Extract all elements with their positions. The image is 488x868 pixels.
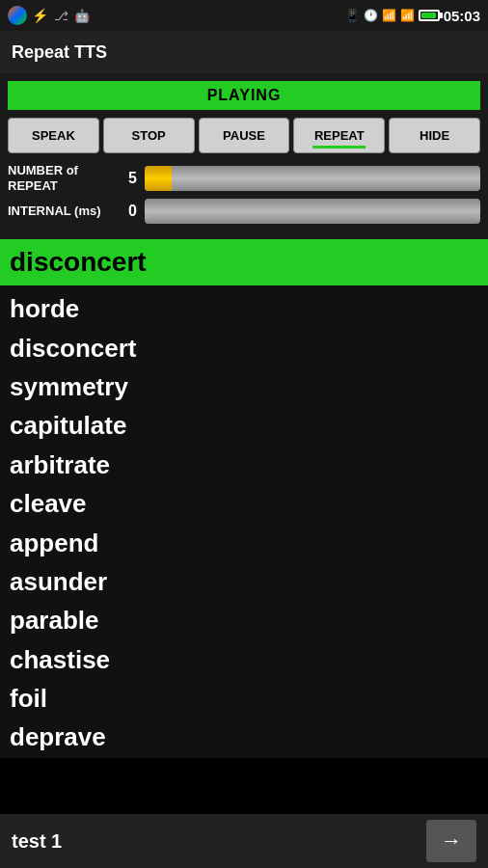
title-bar: Repeat TTS	[0, 31, 488, 73]
list-item[interactable]: chastise	[10, 640, 478, 679]
list-item[interactable]: symmetry	[10, 367, 478, 406]
repeat-slider[interactable]	[145, 166, 480, 191]
usb-icon: ⚡	[31, 7, 48, 24]
list-item[interactable]: disconcert	[10, 329, 478, 367]
repeat-underline	[312, 146, 366, 149]
list-item[interactable]: asunder	[10, 562, 478, 601]
sliders-section: NUMBER of REPEAT 5 INTERNAL (ms) 0	[8, 163, 480, 224]
time-display: 05:03	[444, 8, 480, 24]
repeat-button[interactable]: REPEAT	[293, 118, 385, 153]
internal-value: 0	[114, 203, 137, 220]
app-icon	[8, 6, 27, 25]
app-title: Repeat TTS	[12, 42, 107, 63]
main-content: PLAYING SPEAK STOP PAUSE REPEAT HIDE NUM…	[0, 73, 488, 239]
list-item[interactable]: cleave	[10, 484, 478, 523]
next-arrow-icon: →	[441, 828, 462, 854]
speak-button[interactable]: SPEAK	[8, 118, 99, 153]
hide-button[interactable]: HIDE	[389, 118, 480, 153]
bottom-bar: test 1 →	[0, 814, 488, 868]
tab-label: test 1	[12, 830, 62, 853]
list-item[interactable]: grapple	[10, 757, 478, 758]
repeat-value: 5	[114, 170, 137, 187]
control-buttons: SPEAK STOP PAUSE REPEAT HIDE	[8, 118, 480, 153]
repeat-slider-fill	[145, 166, 172, 191]
clock-icon: 🕐	[364, 9, 378, 22]
internal-label: INTERNAL (ms)	[8, 203, 114, 219]
list-item[interactable]: deprave	[10, 718, 478, 756]
signal-icon: 📶	[400, 9, 415, 22]
usb2-icon: ⎇	[52, 7, 69, 24]
list-item[interactable]: horde	[10, 289, 478, 328]
list-item[interactable]: capitulate	[10, 406, 478, 445]
playing-text: PLAYING	[207, 87, 282, 103]
list-item[interactable]: append	[10, 524, 478, 562]
list-item[interactable]: arbitrate	[10, 446, 478, 484]
internal-slider[interactable]	[145, 199, 480, 224]
list-item[interactable]: parable	[10, 601, 478, 639]
word-list: hordedisconcertsymmetrycapitulatearbitra…	[0, 285, 488, 758]
battery-icon	[419, 10, 440, 21]
next-button[interactable]: →	[426, 820, 476, 862]
status-bar-left: ⚡ ⎇ 🤖	[8, 6, 91, 25]
phone-icon: 📱	[345, 9, 360, 22]
status-bar: ⚡ ⎇ 🤖 📱 🕐 📶 📶 05:03	[0, 0, 488, 31]
playing-banner: PLAYING	[8, 81, 480, 110]
internal-slider-row: INTERNAL (ms) 0	[8, 199, 480, 224]
android-icon: 🤖	[73, 7, 91, 24]
repeat-label: NUMBER of REPEAT	[8, 163, 114, 193]
pause-button[interactable]: PAUSE	[199, 118, 290, 153]
status-bar-right: 📱 🕐 📶 📶 05:03	[345, 8, 480, 24]
current-word: disconcert	[10, 247, 147, 277]
list-item[interactable]: foil	[10, 679, 478, 718]
stop-button[interactable]: STOP	[103, 118, 195, 153]
current-word-banner: disconcert	[0, 239, 488, 285]
wifi-icon: 📶	[382, 9, 396, 22]
repeat-slider-row: NUMBER of REPEAT 5	[8, 163, 480, 193]
